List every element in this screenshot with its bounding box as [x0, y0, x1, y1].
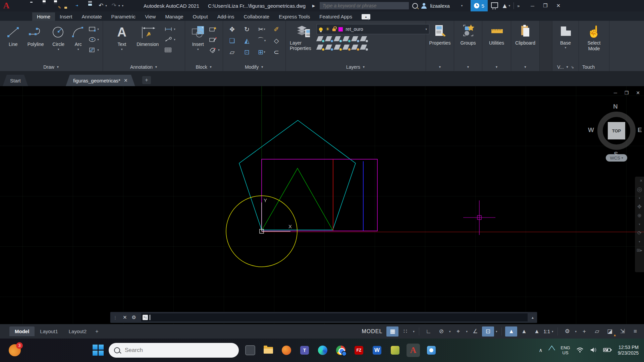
undo-icon[interactable]: ↶: [99, 3, 103, 9]
navigation-bar[interactable]: ✕ ◎ ▾ ✥ ⊕ ▾ ⟳ ▾ ⊞▸: [635, 177, 644, 272]
viewcube-east[interactable]: E: [638, 126, 642, 134]
utilities-button[interactable]: Utilities: [484, 23, 510, 46]
layer-lock2-icon[interactable]: [352, 36, 358, 42]
layer-color-swatch[interactable]: [338, 27, 343, 32]
layer-off-icon[interactable]: [317, 36, 323, 42]
layer-isolate-icon[interactable]: [325, 36, 332, 42]
save-as-icon[interactable]: [53, 3, 60, 9]
table-icon[interactable]: [164, 47, 172, 53]
graphics-performance-icon[interactable]: ◪: [604, 326, 616, 337]
taskbar-search[interactable]: [109, 343, 239, 358]
photos-icon[interactable]: [425, 344, 438, 357]
orbit-dropdown-icon[interactable]: ▾: [639, 239, 640, 244]
clean-screen-icon[interactable]: ⇲: [616, 326, 629, 337]
linear-dimension-icon[interactable]: [164, 26, 173, 32]
block-panel-footer[interactable]: Block▼: [185, 63, 223, 71]
ellipse-dropdown-icon[interactable]: ▾: [97, 38, 99, 41]
scale-dropdown-icon[interactable]: ▾: [551, 330, 554, 333]
weather-widget-icon[interactable]: 3: [9, 344, 21, 356]
clipboard-button[interactable]: Clipboard: [512, 23, 538, 46]
workspace-gear-icon[interactable]: ⚙: [561, 326, 573, 337]
view-panel-footer[interactable]: V...▼ ⇘: [552, 63, 579, 71]
navbar-close-icon[interactable]: ✕: [640, 178, 643, 183]
command-grip-handle[interactable]: ⋮: [113, 315, 118, 320]
shape-ucs-label-x[interactable]: X: [288, 224, 292, 229]
window-close-button[interactable]: ✕: [556, 3, 560, 9]
layer-unlock2-icon[interactable]: [343, 45, 350, 50]
tab-view[interactable]: View: [140, 12, 160, 21]
trim-icon[interactable]: ✂▾: [255, 23, 268, 35]
volume-icon[interactable]: [590, 347, 597, 354]
viewcube-top-face[interactable]: TOP: [608, 122, 625, 139]
clipboard-panel-footer[interactable]: ▼: [511, 63, 539, 71]
showmotion-icon[interactable]: ⊞▸: [637, 248, 642, 253]
tab-home[interactable]: Home: [32, 12, 55, 21]
tab-parametric[interactable]: Parametric: [107, 12, 141, 21]
filezilla-icon[interactable]: FZ: [352, 344, 366, 357]
app-store-cart-icon[interactable]: [491, 2, 498, 8]
redo-icon[interactable]: ↷: [112, 3, 116, 9]
selection-cycling-icon[interactable]: ⊡: [482, 326, 494, 337]
rectangle-tool-icon[interactable]: [88, 26, 96, 32]
polar-dropdown-icon[interactable]: ▾: [448, 330, 452, 333]
selection-dropdown-icon[interactable]: ▾: [495, 330, 498, 333]
layer-unlock-icon[interactable]: [332, 28, 336, 31]
tab-annotate[interactable]: Annotate: [77, 12, 107, 21]
edge-icon[interactable]: [316, 344, 329, 357]
isolate-objects-icon[interactable]: ▱: [591, 326, 603, 337]
user-name[interactable]: lizaalexa: [430, 3, 449, 9]
grid-toggle-icon[interactable]: ▦: [386, 326, 398, 337]
viewport-close-icon[interactable]: ✕: [636, 90, 640, 96]
osnap-dropdown-icon[interactable]: ▾: [465, 330, 469, 333]
annotation-scale-value[interactable]: 1:1: [543, 329, 550, 334]
steering-wheel-icon[interactable]: ◎: [637, 187, 642, 192]
annotation-monitor-icon[interactable]: +: [578, 326, 590, 337]
location-icon[interactable]: [548, 345, 555, 355]
base-dropdown-icon[interactable]: ▾: [565, 46, 567, 49]
viewport-minimize-icon[interactable]: ─: [614, 90, 617, 96]
circle-dropdown-icon[interactable]: ▾: [58, 48, 59, 51]
copy-icon[interactable]: ❏: [225, 35, 239, 46]
drawing-canvas[interactable]: XY ─ ❐ ✕ TOP N S W E WCS▾ ✕ ◎ ▾ ✥ ⊕ ▾ ⟳ …: [0, 86, 644, 324]
base-button[interactable]: Base ▾: [552, 23, 579, 49]
autodesk-dropdown-icon[interactable]: ▾: [509, 4, 511, 7]
polar-tracking-icon[interactable]: ⊘: [435, 326, 447, 337]
erase-icon[interactable]: ✐: [270, 23, 283, 35]
command-line-dock[interactable]: ⋮ ✕ ⚙ >_ ▾ ▲: [110, 312, 537, 323]
scale-icon[interactable]: ⊡: [240, 46, 254, 58]
save-icon[interactable]: [42, 3, 48, 9]
layer-thaw-icon[interactable]: ☀: [325, 27, 330, 32]
layer-on-icon[interactable]: [319, 27, 323, 31]
start-button[interactable]: [93, 345, 104, 356]
steering-wheel-dropdown-icon[interactable]: ▾: [639, 195, 640, 201]
hatch-tool-icon[interactable]: [88, 47, 96, 53]
more-commands-icon[interactable]: »: [517, 3, 519, 8]
mirror-icon[interactable]: ◭: [240, 35, 254, 46]
layers-panel-footer[interactable]: Layers▼: [286, 63, 426, 71]
leader-icon[interactable]: [164, 37, 173, 42]
arc-button[interactable]: Arc ▾: [69, 23, 87, 51]
properties-panel-footer[interactable]: ▼: [426, 63, 454, 71]
customization-icon[interactable]: ≡: [629, 326, 641, 337]
help-search-input[interactable]: [320, 2, 409, 9]
taskbar-search-input[interactable]: [124, 347, 209, 354]
rotate-icon[interactable]: ↻: [240, 23, 254, 35]
shape-rectangle[interactable]: [262, 159, 377, 231]
attributes-dropdown-icon[interactable]: ▾: [218, 48, 220, 52]
battery-icon[interactable]: [603, 347, 612, 354]
layout2-tab[interactable]: Layout2: [63, 326, 92, 336]
chrome-icon[interactable]: [334, 344, 347, 357]
user-dropdown-icon[interactable]: ▾: [461, 4, 463, 7]
save-to-mobile-icon[interactable]: [64, 3, 71, 9]
shape-pentagon[interactable]: [239, 120, 356, 230]
dimension-button[interactable]: Dimension: [132, 23, 163, 47]
teams-icon[interactable]: T: [298, 344, 311, 357]
orbit-icon[interactable]: ⟳: [637, 230, 642, 236]
annotation-panel-footer[interactable]: Annotation▼: [103, 63, 185, 71]
fillet-icon[interactable]: ⌒▾: [255, 35, 268, 46]
plot-icon[interactable]: [87, 3, 94, 9]
shape-ucs-label-y[interactable]: Y: [264, 197, 267, 203]
annotation-visibility-icon[interactable]: ▲: [505, 326, 517, 337]
snap-mode-icon[interactable]: ∷: [399, 326, 411, 337]
search-icon[interactable]: [412, 3, 418, 9]
